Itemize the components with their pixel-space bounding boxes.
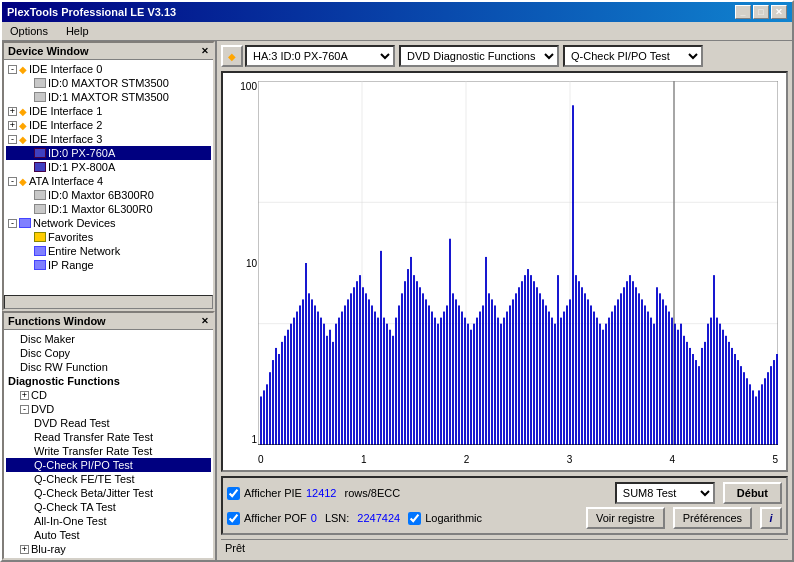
tree-expand-icon[interactable]: -: [8, 135, 17, 144]
logarithmic-checkbox[interactable]: [408, 512, 421, 525]
svg-rect-39: [344, 305, 346, 445]
list-item[interactable]: - DVD: [6, 402, 211, 416]
list-item[interactable]: + Blu-ray: [6, 542, 211, 556]
device-scrollbar-h[interactable]: [4, 295, 213, 309]
svg-rect-157: [698, 366, 700, 445]
svg-rect-52: [383, 318, 385, 445]
status-bar: Prêt: [221, 539, 788, 556]
list-item[interactable]: Entire Network: [6, 244, 211, 258]
list-item[interactable]: All-In-One Test: [6, 514, 211, 528]
svg-rect-171: [740, 366, 742, 445]
list-item[interactable]: ID:0 MAXTOR STM3500: [6, 76, 211, 90]
list-item[interactable]: Favorites: [6, 230, 211, 244]
tree-expand-icon[interactable]: +: [20, 391, 29, 400]
list-item[interactable]: IP Range: [6, 258, 211, 272]
list-item[interactable]: Disc Maker: [6, 332, 211, 346]
svg-rect-113: [566, 305, 568, 445]
svg-rect-138: [641, 299, 643, 445]
debut-button[interactable]: Début: [723, 482, 782, 504]
list-item[interactable]: ID:0 Maxtor 6B300R0: [6, 188, 211, 202]
list-item[interactable]: ID:1 PX-800A: [6, 160, 211, 174]
tree-expand-icon[interactable]: +: [8, 121, 17, 130]
sum8-select[interactable]: SUM8 Test: [615, 482, 715, 504]
afficher-pof-checkbox[interactable]: [227, 512, 240, 525]
right-area: ◆ HA:3 ID:0 PX-760A DVD Diagnostic Funct…: [217, 41, 792, 560]
function-select[interactable]: DVD Diagnostic Functions: [399, 45, 559, 67]
list-item[interactable]: DVD Read Test: [6, 416, 211, 430]
svg-rect-40: [347, 299, 349, 445]
svg-rect-173: [746, 378, 748, 445]
svg-rect-105: [542, 299, 544, 445]
tree-expand-icon[interactable]: +: [8, 107, 17, 116]
svg-rect-26: [305, 263, 307, 445]
maximize-button[interactable]: □: [753, 5, 769, 19]
tree-expand-icon[interactable]: -: [8, 219, 17, 228]
svg-rect-102: [533, 281, 535, 445]
svg-rect-181: [770, 366, 772, 445]
svg-rect-50: [377, 318, 379, 445]
list-item[interactable]: Diagnostic Functions: [6, 374, 211, 388]
x-label: 5: [772, 454, 778, 465]
svg-rect-148: [671, 318, 673, 445]
svg-rect-28: [311, 299, 313, 445]
svg-rect-137: [638, 293, 640, 445]
device-panel-content: - ◆ IDE Interface 0 ID:0 MAXTOR STM3500 …: [4, 60, 213, 295]
svg-rect-71: [440, 318, 442, 445]
list-item[interactable]: Q-Check PI/PO Test: [6, 458, 211, 472]
svg-rect-127: [608, 318, 610, 445]
list-item[interactable]: ID:1 Maxtor 6L300R0: [6, 202, 211, 216]
list-item[interactable]: - ◆ IDE Interface 3: [6, 132, 211, 146]
list-item[interactable]: Q-Check FE/TE Test: [6, 472, 211, 486]
info-button[interactable]: i: [760, 507, 782, 529]
list-item[interactable]: ID:1 MAXTOR STM3500: [6, 90, 211, 104]
svg-rect-17: [278, 354, 280, 445]
preferences-button[interactable]: Préférences: [673, 507, 752, 529]
list-item[interactable]: - ◆ ATA Interface 4: [6, 174, 211, 188]
list-item[interactable]: Q-Check Beta/Jitter Test: [6, 486, 211, 500]
list-item[interactable]: - ◆ IDE Interface 0: [6, 62, 211, 76]
svg-rect-87: [488, 293, 490, 445]
tree-expand-icon[interactable]: -: [20, 405, 29, 414]
list-item[interactable]: - Network Devices: [6, 216, 211, 230]
svg-rect-11: [260, 396, 262, 445]
list-item[interactable]: + CD: [6, 388, 211, 402]
list-item[interactable]: Auto Test: [6, 528, 211, 542]
list-item[interactable]: Q-Check TA Test: [6, 500, 211, 514]
device-panel-close[interactable]: ✕: [201, 46, 209, 56]
list-item[interactable]: Read Transfer Rate Test: [6, 430, 211, 444]
svg-rect-166: [725, 336, 727, 445]
minimize-button[interactable]: _: [735, 5, 751, 19]
list-item[interactable]: Disc RW Function: [6, 360, 211, 374]
device-window: Device Window ✕ - ◆ IDE Interface 0 ID:0…: [2, 41, 215, 311]
svg-rect-36: [335, 324, 337, 445]
menu-help[interactable]: Help: [62, 24, 93, 38]
svg-rect-79: [464, 318, 466, 445]
afficher-pie-checkbox[interactable]: [227, 487, 240, 500]
device-select[interactable]: HA:3 ID:0 PX-760A: [245, 45, 395, 67]
tree-expand-icon[interactable]: +: [20, 545, 29, 554]
svg-rect-151: [680, 324, 682, 445]
tree-expand-icon[interactable]: -: [8, 65, 17, 74]
functions-panel-close[interactable]: ✕: [201, 316, 209, 326]
svg-rect-164: [719, 324, 721, 445]
voir-registre-button[interactable]: Voir registre: [586, 507, 665, 529]
content-area: Device Window ✕ - ◆ IDE Interface 0 ID:0…: [2, 41, 792, 560]
menu-options[interactable]: Options: [6, 24, 52, 38]
list-item[interactable]: ID:0 PX-760A: [6, 146, 211, 160]
hdd-icon: [34, 78, 46, 88]
list-item[interactable]: + ◆ IDE Interface 2: [6, 118, 211, 132]
list-item[interactable]: Disc Copy: [6, 346, 211, 360]
svg-rect-134: [629, 275, 631, 445]
test-select[interactable]: Q-Check PI/PO Test: [563, 45, 703, 67]
list-item[interactable]: + ◆ IDE Interface 1: [6, 104, 211, 118]
close-button[interactable]: ✕: [771, 5, 787, 19]
tree-expand-icon[interactable]: -: [8, 177, 17, 186]
network-icon: [34, 246, 46, 256]
svg-rect-33: [326, 336, 328, 445]
device-icon-btn[interactable]: ◆: [221, 45, 243, 67]
svg-rect-25: [302, 299, 304, 445]
svg-rect-37: [338, 318, 340, 445]
svg-rect-180: [767, 372, 769, 445]
list-item[interactable]: Write Transfer Rate Test: [6, 444, 211, 458]
svg-rect-38: [341, 312, 343, 445]
